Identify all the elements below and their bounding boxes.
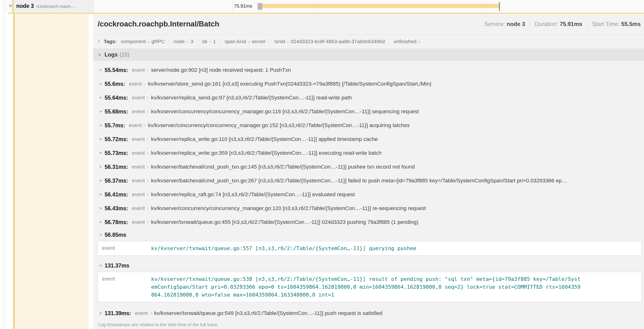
log-timestamp: 55.73ms: xyxy=(105,150,128,156)
meta-value: 55.5ms xyxy=(621,21,641,27)
log-row[interactable]: >56.78ms:event=kv/kvserver/txnwait/queue… xyxy=(93,215,644,229)
chevron-right-icon[interactable]: > xyxy=(100,178,105,183)
log-detail-card: eventkv/kvserver/txnwait/queue.go:557 [n… xyxy=(98,241,642,256)
log-timestamp: 56.37ms: xyxy=(105,178,128,184)
log-timestamp: 55.64ms: xyxy=(105,95,128,101)
log-field-value: kv/kvserver/concurrency/concurrency_mana… xyxy=(151,108,419,115)
span-duration-label: 75.91ms xyxy=(234,3,252,9)
selected-span-column[interactable] xyxy=(15,14,89,329)
log-row[interactable]: >56.41ms:event=kv/kvserver/replica_raft.… xyxy=(93,188,644,202)
chevron-right-icon[interactable]: > xyxy=(100,206,105,211)
log-row[interactable]: >56.43ms:event=kv/kvserver/concurrency/c… xyxy=(93,202,644,215)
log-field-key: event xyxy=(135,310,148,316)
log-row[interactable]: >55.73ms:event=kv/kvserver/replica_write… xyxy=(93,146,644,160)
meta-label: Duration: xyxy=(535,21,560,27)
log-detail-key: event xyxy=(98,275,151,299)
equals-sign: = xyxy=(146,137,149,142)
span-detail-panel: /cockroach.roachpb.Internal/Batch Servic… xyxy=(93,14,644,329)
chevron-right-icon[interactable]: > xyxy=(100,192,105,197)
equals-sign: = xyxy=(150,311,152,316)
equals-sign: = xyxy=(146,68,149,73)
tag-list: component=gRPCnode=3sb=1span.kind=server… xyxy=(120,38,426,44)
log-row[interactable]: >55.6ms:event=kv/kvserver/store_send.go:… xyxy=(93,77,644,91)
tag-item[interactable]: sb=1 xyxy=(198,38,220,45)
tag-item[interactable]: unfinished= xyxy=(390,38,427,45)
log-row-expanded[interactable]: >131.37ms xyxy=(93,260,644,271)
log-timestamp: 55.54ms: xyxy=(105,67,128,74)
log-detail-value: kv/kvserver/txnwait/queue.go:557 [n3,s3,… xyxy=(151,244,642,252)
log-field-value: kv/kvserver/txnwait/queue.go:455 [n3,s3,… xyxy=(151,219,418,225)
log-row[interactable]: >56.31ms:event=kv/kvserver/batcheval/cmd… xyxy=(93,160,644,174)
tag-value: 1 xyxy=(213,38,216,44)
chevron-down-icon[interactable]: > xyxy=(98,264,103,267)
log-row[interactable]: >55.7ms:event=kv/kvserver/concurrency/co… xyxy=(93,118,644,132)
chevron-down-icon[interactable]: > xyxy=(98,234,103,236)
trace-view: > node 3 /cockroach.roach… 75.91ms /cock… xyxy=(0,0,644,329)
column-resizer[interactable] xyxy=(4,0,4,329)
log-field-key: event xyxy=(132,108,145,115)
log-tick-marks[interactable] xyxy=(258,3,262,10)
log-field-key: event xyxy=(132,178,145,184)
log-field-value: kv/kvserver/batcheval/cmd_push_txn.go:14… xyxy=(151,164,415,170)
chevron-right-icon[interactable]: > xyxy=(100,151,105,156)
chevron-right-icon[interactable]: > xyxy=(100,95,105,100)
meta-value: 75.91ms xyxy=(560,21,582,27)
tag-item[interactable]: txnid=024d3323-6c8f-4863-aa8b-37ab0e6349… xyxy=(270,38,390,45)
chevron-right-icon[interactable]: > xyxy=(100,220,105,224)
chevron-right-icon[interactable]: > xyxy=(100,137,105,142)
span-detail-header: /cockroach.roachpb.Internal/Batch Servic… xyxy=(93,14,644,34)
log-list: >55.54ms:event=server/node.go:902 [n3] n… xyxy=(93,61,644,320)
equals-sign: = xyxy=(146,109,149,114)
log-row[interactable]: >131.39ms:event=kv/kvserver/txnwait/queu… xyxy=(93,306,644,320)
log-field-key: event xyxy=(132,150,145,156)
chevron-right-icon[interactable]: > xyxy=(100,311,105,316)
equals-sign: = xyxy=(146,178,149,183)
log-timestamp: 55.6ms: xyxy=(105,81,125,87)
logs-title: Logs xyxy=(105,52,118,58)
span-color-bar xyxy=(12,0,14,13)
logs-section-header[interactable]: > Logs (15) xyxy=(93,48,644,61)
chevron-right-icon[interactable]: > xyxy=(98,39,100,44)
tag-item[interactable]: component=gRPC xyxy=(120,38,169,45)
equals-sign: = xyxy=(146,192,149,197)
log-row[interactable]: >55.54ms:event=server/node.go:902 [n3] n… xyxy=(93,63,644,77)
tags-row[interactable]: > Tags: component=gRPCnode=3sb=1span.kin… xyxy=(93,34,644,48)
chevron-right-icon[interactable]: > xyxy=(100,164,105,169)
log-row[interactable]: >55.64ms:event=kv/kvserver/replica_send.… xyxy=(93,91,644,105)
log-field-key: event xyxy=(132,136,145,142)
equals-sign: = xyxy=(186,40,189,44)
tags-label: Tags: xyxy=(104,38,116,44)
log-field-value: kv/kvserver/batcheval/cmd_push_txn.go:26… xyxy=(151,178,567,184)
meta-value: node 3 xyxy=(507,21,525,27)
chevron-down-icon[interactable]: > xyxy=(97,54,102,56)
chevron-right-icon[interactable]: > xyxy=(100,109,105,114)
tag-item[interactable]: span.kind=server xyxy=(220,38,270,45)
span-row-header: > node 3 /cockroach.roach… 75.91ms xyxy=(4,0,644,13)
log-row[interactable]: >56.37ms:event=kv/kvserver/batcheval/cmd… xyxy=(93,174,644,188)
tag-key: sb xyxy=(202,38,207,44)
tag-value: 3 xyxy=(190,38,193,44)
meta-label: Service: xyxy=(484,21,506,27)
tag-key: span.kind xyxy=(224,38,246,44)
log-timestamp: 131.39ms: xyxy=(105,310,131,316)
left-gutter-line xyxy=(2,0,2,329)
chevron-right-icon[interactable]: > xyxy=(100,123,105,128)
log-row-expanded[interactable]: >56.85ms xyxy=(93,229,644,240)
log-detail-card: eventkv/kvserver/txnwait/queue.go:538 [n… xyxy=(98,272,642,302)
equals-sign: = xyxy=(146,206,149,211)
tag-key: node xyxy=(174,38,185,44)
span-name-cell[interactable]: node 3 /cockroach.roach… xyxy=(12,0,94,13)
logs-count: (15) xyxy=(120,52,129,58)
log-row[interactable]: >55.72ms:event=kv/kvserver/replica_write… xyxy=(93,132,644,146)
tag-item[interactable]: node=3 xyxy=(169,38,198,45)
log-field-value: kv/kvserver/replica_raft.go:74 [n3,s3,r6… xyxy=(151,192,355,198)
equals-sign: = xyxy=(248,40,250,44)
span-duration-bar[interactable] xyxy=(262,4,499,8)
log-field-key: event xyxy=(132,192,145,198)
log-row[interactable]: >55.68ms:event=kv/kvserver/concurrency/c… xyxy=(93,105,644,118)
span-color-stripe xyxy=(13,14,15,329)
log-field-key: event xyxy=(132,219,145,225)
chevron-right-icon[interactable]: > xyxy=(100,68,105,72)
log-field-key: event xyxy=(132,164,145,170)
chevron-right-icon[interactable]: > xyxy=(100,82,105,86)
